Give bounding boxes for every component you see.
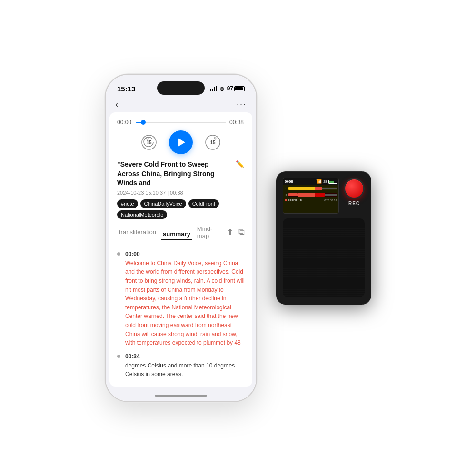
time-start: 00:00 xyxy=(117,119,132,126)
back-button[interactable]: ‹ xyxy=(115,99,118,109)
nav-bar: ‹ ··· xyxy=(106,98,256,112)
phone-notch xyxy=(157,81,205,95)
progress-track[interactable] xyxy=(136,122,226,123)
phone: 15:13 ⊜ 97 xyxy=(105,74,257,402)
recorder-device: 0008 ʿ📶 28 L xyxy=(276,171,371,305)
volume-icon: 28 xyxy=(323,180,327,183)
progress-row: 00:00 00:38 xyxy=(117,119,245,126)
battery-pct: 97 xyxy=(227,85,233,92)
entry-dot-0 xyxy=(117,252,120,256)
more-button[interactable]: ··· xyxy=(237,99,247,109)
edit-icon[interactable]: ✏️ xyxy=(236,160,245,169)
battery-icon: 97 xyxy=(227,85,245,92)
screen-content: 00:00 00:38 15 xyxy=(109,112,252,387)
recording-title: "Severe Cold Front to Sweep Across China… xyxy=(117,160,232,188)
tab-actions: ⬆ ⧉ xyxy=(227,227,245,238)
copy-icon[interactable]: ⧉ xyxy=(238,227,245,238)
transcript-entry-1: 00:34 degrees Celsius and more than 10 d… xyxy=(117,353,245,379)
transcript-entry-0: 00:00 Welcome to China Daily Voice, seei… xyxy=(117,251,245,347)
recording-info: "Severe Cold Front to Sweep Across China… xyxy=(117,160,245,219)
recorder-body xyxy=(283,218,365,297)
tag-met[interactable]: NationalMeteorolo xyxy=(117,210,167,219)
audio-player: 00:00 00:38 15 xyxy=(117,119,245,154)
time-end: 00:38 xyxy=(229,119,245,126)
signal-bars-icon xyxy=(210,86,217,91)
screen-status-icons: ʿ📶 28 xyxy=(316,179,337,184)
recorder-screen: 0008 ʿ📶 28 L xyxy=(283,178,339,214)
entry-dot-1 xyxy=(117,355,120,358)
skip-back-button[interactable]: 15 ↺ xyxy=(140,134,158,151)
tab-summary[interactable]: summary xyxy=(161,229,192,240)
recorder-btn-area: REC xyxy=(344,178,365,206)
rec-label: REC xyxy=(348,201,360,206)
entry-text-1: degrees Celsius and more than 10 degrees… xyxy=(125,361,245,379)
entry-time-1: 00:34 xyxy=(125,353,245,360)
tabs-row: transliteration summary Mind-map ⬆ ⧉ xyxy=(117,224,245,245)
phone-inner: 15:13 ⊜ 97 xyxy=(106,75,256,401)
wifi-icon: ⊜ xyxy=(219,85,225,92)
status-time: 15:13 xyxy=(117,85,135,93)
scene: 15:13 ⊜ 97 xyxy=(24,74,452,402)
home-indicator xyxy=(155,395,207,397)
tag-note[interactable]: #note xyxy=(117,199,138,208)
recorder-top: 0008 ʿ📶 28 L xyxy=(283,178,365,214)
screen-waveform: L R xyxy=(283,185,338,198)
tab-mindmap[interactable]: Mind-map xyxy=(195,224,224,241)
bluetooth-icon: ʿ📶 xyxy=(316,179,322,184)
transcript: 00:00 Welcome to China Daily Voice, seei… xyxy=(117,251,245,385)
svg-text:↺: ↺ xyxy=(146,136,149,141)
tag-cold[interactable]: ColdFront xyxy=(188,199,219,208)
entry-text-0: Welcome to China Daily Voice, seeing Chi… xyxy=(125,259,245,347)
screen-rec-row: 000:00:18 012.08:14 xyxy=(283,198,338,202)
rec-time-display: 000:00:18 xyxy=(288,198,303,202)
screen-top-row: 0008 ʿ📶 28 xyxy=(283,178,338,185)
screen-number: 0008 xyxy=(285,179,293,184)
controls-row: 15 ↺ xyxy=(117,130,245,154)
tag-voice[interactable]: ChinaDailyVoice xyxy=(140,199,186,208)
entry-time-0: 00:00 xyxy=(125,251,245,258)
play-button[interactable] xyxy=(169,130,193,154)
play-icon xyxy=(178,138,185,147)
skip-forward-button[interactable]: 15 ↻ xyxy=(204,134,221,151)
rec-dot-small xyxy=(285,199,287,201)
tags-row: #note ChinaDailyVoice ColdFront National… xyxy=(117,199,245,219)
recording-meta: 2024-10-23 15:10:37 | 00:38 xyxy=(117,190,245,196)
status-icons: ⊜ 97 xyxy=(210,85,245,92)
rec-size-display: 012.08:14 xyxy=(324,199,337,202)
progress-thumb xyxy=(141,120,146,125)
screen-battery-icon xyxy=(328,180,337,184)
tab-transliteration[interactable]: transliteration xyxy=(117,227,158,237)
svg-text:↻: ↻ xyxy=(214,136,218,141)
rec-button[interactable] xyxy=(344,178,365,199)
share-icon[interactable]: ⬆ xyxy=(227,227,234,238)
